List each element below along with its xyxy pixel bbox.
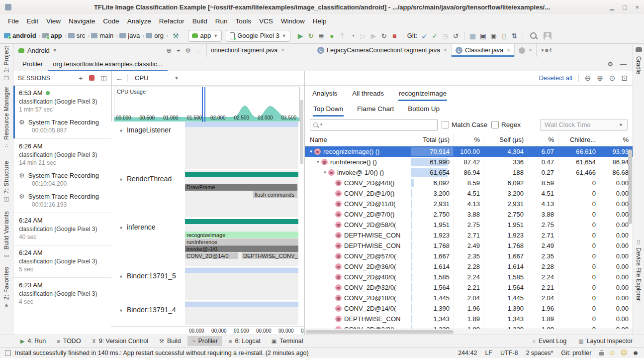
column-header--[interactable]: % (454, 133, 484, 146)
rollback-icon[interactable]: ↺ (451, 32, 461, 40)
terminal-toolwindow-icon[interactable]: ▣ (478, 32, 488, 40)
tab-recognizeimage[interactable]: recognizeImage (398, 87, 447, 100)
table-row[interactable]: mCONV_2D@1/0()3,2004.513,2004.5100.00 (305, 188, 633, 199)
subtab-flame-chart[interactable]: Flame Chart (357, 102, 394, 116)
close-tab-icon[interactable]: × (529, 47, 532, 54)
toolwindow-button-9-version-control[interactable]: ⊻9: Version Control (88, 336, 153, 346)
thread-row-imagelistener[interactable]: ▼ImageListener (111, 121, 304, 170)
tab-all-threads[interactable]: All threads (352, 87, 384, 100)
thread-state-bar[interactable] (185, 122, 298, 127)
menu-item-build[interactable]: Build (188, 15, 211, 27)
history-icon[interactable]: ◷ (440, 32, 451, 40)
trace-event-runinference[interactable]: runInference (185, 239, 298, 245)
locate-file-icon[interactable]: ⊕ (166, 47, 172, 54)
menu-item-window[interactable]: Window (277, 15, 309, 27)
expand-arrow-icon[interactable]: ▼ (308, 149, 314, 154)
table-row[interactable]: mDEPTHWISE_CON1,9232.711,9232.7100.00 (305, 230, 633, 240)
run-icon[interactable]: ▶ (295, 32, 306, 40)
editor-tab-legacycameraconnectionfragment-java[interactable]: CLegacyCameraConnectionFragment.java× (313, 44, 452, 57)
debug-icon[interactable]: ● (327, 32, 337, 40)
table-row[interactable]: ▼mrecognizeImage() ()70,914100.004,3046.… (305, 146, 633, 157)
recording-item[interactable]: ⚙System Trace Recording (19, 119, 107, 126)
close-icon[interactable]: × (635, 3, 639, 11)
zoom-out-icon[interactable]: ⊖ (585, 74, 591, 83)
session-item[interactable]: 6:24 AMclassification (Google Pixel 3)5 … (13, 245, 111, 277)
toolwindow-button-4-run[interactable]: ▶4: Run (16, 336, 50, 346)
thread-row-inference[interactable]: ▼inferencerecognizeImagerunInferenceinvo… (111, 219, 304, 267)
menu-item-analyze[interactable]: Analyze (123, 15, 155, 27)
reset-zoom-icon[interactable]: ⊙ (609, 74, 616, 83)
session-item[interactable]: 6:24 AMclassification (Google Pixel 3)40… (13, 213, 111, 245)
toolwindow-button-profiler[interactable]: ◔Profiler (187, 336, 222, 346)
breadcrumb-org[interactable]: org (146, 32, 164, 39)
editor-tab-onnectionfragment-java[interactable]: onnectionFragment.java× (206, 44, 313, 57)
subtab-top-down[interactable]: Top Down (313, 102, 344, 116)
profiler-tab-profiler[interactable]: Profiler (17, 58, 48, 70)
update-project-icon[interactable]: ↙ (419, 32, 430, 40)
profile-icon[interactable]: ◔ (348, 32, 358, 40)
rerun-icon[interactable]: ↻ (379, 32, 389, 40)
deselect-all-link[interactable]: Deselect all (539, 74, 572, 82)
table-row[interactable]: mCONV_2D@36/0(1,6142.281,6142.2800.00 (305, 261, 633, 272)
build-hammer-icon[interactable]: ⚒ (173, 32, 179, 40)
thread-row-binder-13791-4[interactable]: ▼Binder:13791_4 (111, 301, 304, 326)
back-arrow-icon[interactable]: ← (111, 74, 128, 82)
profiler-type-dropdown[interactable]: CPU ▼ (128, 74, 179, 82)
trace-event-recognizeimage[interactable]: recognizeImage (185, 232, 298, 238)
search-icon[interactable] (530, 32, 537, 39)
add-session-icon[interactable]: + (79, 74, 83, 82)
tool-strip-2-favorites[interactable]: 2: Favorites★ (3, 267, 10, 309)
commit-icon[interactable]: ✓ (430, 32, 440, 40)
collapse-arrow-icon[interactable]: ▼ (119, 226, 123, 231)
clock-type-dropdown[interactable]: Wall Clock Time ▼ (540, 119, 628, 131)
toolwindow-button-event-log[interactable]: ○Event Log (528, 336, 571, 346)
recording-item[interactable]: ⚙System Trace Recording (19, 172, 107, 179)
table-row[interactable]: ▼mrunInference() ()61,99087.423360.4761,… (305, 157, 633, 167)
breadcrumb-app[interactable]: app (42, 32, 62, 39)
menu-item-tools[interactable]: Tools (232, 15, 256, 27)
column-header--[interactable]: % (600, 133, 633, 146)
table-row[interactable]: mCONV_2D@4/0()6,0928.596,0928.5900.00 (305, 178, 633, 188)
device-manager-icon[interactable]: ▯ (499, 32, 509, 40)
menu-item-run[interactable]: Run (211, 15, 232, 27)
collapse-arrow-icon[interactable]: ▼ (119, 177, 123, 182)
run-config-dropdown[interactable]: app ▼ (188, 30, 222, 42)
split-editor-badge[interactable]: ▼≡4 (537, 44, 555, 57)
hide-panel-icon[interactable]: — (196, 47, 202, 54)
thread-state-bar[interactable] (185, 219, 298, 224)
breadcrumb-src[interactable]: src (68, 32, 85, 39)
menu-item-vcs[interactable]: VCS (255, 15, 277, 27)
table-row[interactable]: mCONV_2D@57/0(1,6672.351,6672.3500.00 (305, 251, 633, 261)
cpu-usage-chart[interactable]: CPU Usage 00.00000.50001.00001.50002.000… (114, 87, 300, 122)
trace-event-drawframe[interactable]: DrawFrame (185, 184, 297, 191)
extra-editor-tab[interactable]: × (515, 44, 537, 57)
trace-event-invoke-1-0[interactable]: invoke@-1/0 (185, 245, 298, 252)
thread-state-bar[interactable] (185, 268, 298, 273)
inspections-hector-icon[interactable]: ☻ (632, 349, 639, 357)
project-view-selector[interactable]: Android (27, 47, 50, 54)
profiler-tab-session[interactable]: org.tensorflow.lite.examples.classific..… (48, 58, 167, 70)
toolwindow-button-layout-inspector[interactable]: ▥Layout Inspector (574, 336, 637, 346)
thread-track[interactable] (185, 121, 298, 169)
indent-style[interactable]: 2 spaces* (526, 350, 553, 357)
table-row[interactable]: mDEPTHWISE_CON1,3431.891,3431.8900.00 (305, 314, 633, 324)
session-item[interactable]: 6:23 AMclassification (Google Pixel 3)4 … (13, 277, 111, 310)
thread-row-renderthread[interactable]: ▼RenderThreadDrawFrameflush commands (111, 170, 304, 219)
gear-icon[interactable]: ⚙ (185, 47, 191, 54)
stop-session-icon[interactable] (89, 75, 94, 81)
close-tab-icon[interactable]: × (507, 47, 510, 54)
menu-item-edit[interactable]: Edit (23, 15, 42, 27)
table-row[interactable]: mCONV_2D@11/0(2,9314.132,9314.1300.00 (305, 199, 633, 209)
table-row[interactable]: ▼minvoke@-1/0() ()61,65486.941880.2761,4… (305, 167, 633, 178)
column-header--[interactable]: % (528, 133, 558, 146)
thread-state-bar[interactable] (185, 302, 298, 307)
tool-strip-1-project[interactable]: 1: Project❐ (3, 46, 10, 82)
profiler-tool-icon[interactable]: ◉ (488, 32, 499, 40)
tool-strip-resource-manager[interactable]: Resource Manager∴ (3, 87, 10, 149)
table-row[interactable]: mCONV_2D@40/0(1,5852.241,5852.2400.00 (305, 272, 633, 282)
lock-icon[interactable] (599, 352, 604, 356)
menu-item-help[interactable]: Help (309, 15, 331, 27)
collapse-arrow-icon[interactable]: ▼ (119, 308, 123, 313)
tool-strip-7-structure[interactable]: 7: Structure◫ (3, 161, 10, 203)
breadcrumb-main[interactable]: main (91, 32, 113, 39)
